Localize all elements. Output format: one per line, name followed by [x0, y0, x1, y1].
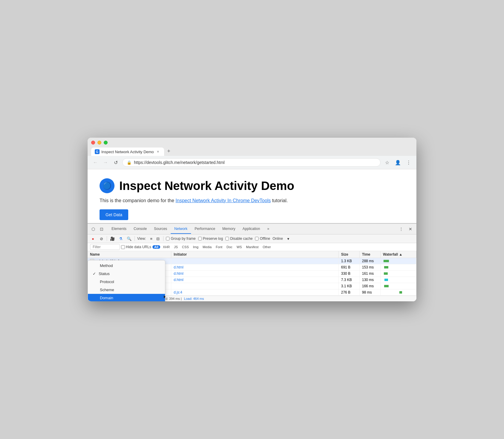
cursor-tool-icon[interactable]: ⬡	[90, 226, 97, 232]
tab-memory[interactable]: Memory	[219, 224, 239, 234]
offline-checkbox[interactable]	[255, 237, 259, 240]
waterfall-bar-container	[383, 259, 414, 263]
menu-section-columns: Method ✓ Status Protocol Scheme	[88, 260, 165, 301]
view-icons: ≡ ⊟	[148, 236, 161, 242]
filter-media[interactable]: Media	[201, 245, 213, 249]
close-button[interactable]	[91, 141, 95, 145]
waterfall-bar-container	[383, 265, 414, 269]
disable-cache-check[interactable]: Disable cache	[225, 237, 253, 241]
forward-button[interactable]: →	[102, 160, 109, 165]
devtools-tabs-right: ⋮ ✕	[397, 225, 414, 233]
filter-xhr[interactable]: XHR	[161, 245, 171, 249]
menu-item-method[interactable]: Method	[88, 262, 165, 270]
waterfall-bar-container	[383, 272, 414, 275]
star-button[interactable]: ☆	[384, 159, 391, 166]
record-icon[interactable]: ●	[90, 236, 96, 242]
devtools-more-button[interactable]: ⋮	[397, 225, 405, 233]
window-controls	[91, 141, 413, 145]
group-by-frame-check[interactable]: Group by frame	[166, 237, 196, 241]
tab-elements[interactable]: Elements	[108, 224, 130, 234]
devtools-tabs: ⬡ ⊡ Elements Console Sources Network Per…	[88, 224, 416, 234]
hide-data-urls-checkbox[interactable]	[121, 245, 125, 249]
row-size: 330 B	[339, 271, 360, 277]
list-view-icon[interactable]: ≡	[148, 236, 154, 242]
row-initiator: d.html	[171, 271, 339, 277]
title-bar: G Inspect Network Activity Demo × +	[88, 138, 416, 156]
menu-item-label: Protocol	[100, 280, 114, 284]
profile-button[interactable]: 👤	[394, 159, 401, 166]
devtools-close-button[interactable]: ✕	[407, 225, 414, 233]
filter-manifest[interactable]: Manifest	[245, 245, 260, 249]
minimize-button[interactable]	[97, 141, 101, 145]
row-waterfall	[381, 289, 416, 295]
search-icon[interactable]: 🔍	[126, 236, 132, 242]
back-button[interactable]: ←	[92, 160, 99, 165]
subtitle-link[interactable]: Inspect Network Activity In Chrome DevTo…	[175, 198, 271, 203]
address-bar: ← → ↺ 🔒 https://devtools.glitch.me/netwo…	[88, 156, 416, 169]
group-by-frame-checkbox[interactable]	[166, 237, 169, 240]
tall-view-icon[interactable]: ⊟	[155, 236, 161, 242]
page-subtitle: This is the companion demo for the Inspe…	[100, 198, 404, 203]
video-icon[interactable]: 🎥	[109, 236, 115, 242]
all-filter-badge[interactable]: All	[152, 245, 160, 249]
get-data-button[interactable]: Get Data	[100, 209, 128, 220]
subtitle-post: tutorial.	[272, 198, 288, 203]
menu-item-status[interactable]: ✓ Status	[88, 270, 165, 278]
device-tool-icon[interactable]: ⊡	[98, 226, 105, 232]
menu-item-protocol[interactable]: Protocol	[88, 278, 165, 286]
filter-img[interactable]: Img	[191, 245, 200, 249]
tab-sources[interactable]: Sources	[150, 224, 171, 234]
waterfall-bar	[384, 266, 388, 268]
waterfall-bar	[384, 279, 388, 281]
tab-more[interactable]: »	[264, 224, 273, 234]
page-content: 🔵 Inspect Network Activity Demo This is …	[88, 169, 416, 223]
menu-item-domain[interactable]: Domain	[88, 294, 165, 301]
filter-js[interactable]: JS	[172, 245, 179, 249]
reload-button[interactable]: ↺	[112, 160, 119, 165]
tab-network[interactable]: Network	[171, 224, 191, 234]
page-title-row: 🔵 Inspect Network Activity Demo	[100, 178, 404, 193]
preserve-log-checkbox[interactable]	[198, 237, 202, 240]
clear-icon[interactable]: ⊘	[98, 236, 104, 242]
more-button[interactable]: ⋮	[405, 159, 412, 166]
filter-doc[interactable]: Doc	[225, 245, 234, 249]
filter-css[interactable]: CSS	[181, 245, 190, 249]
tab-performance[interactable]: Performance	[191, 224, 219, 234]
menu-item-scheme[interactable]: Scheme	[88, 286, 165, 294]
filter-input[interactable]	[90, 244, 120, 250]
row-waterfall	[381, 264, 416, 270]
row-waterfall	[381, 283, 416, 289]
hide-data-urls-check[interactable]: Hide data URLs	[121, 245, 151, 249]
row-initiator	[171, 258, 339, 264]
filter-ws[interactable]: WS	[235, 245, 243, 249]
offline-check[interactable]: Offline	[255, 237, 270, 241]
page-title: Inspect Network Activity Demo	[119, 179, 294, 193]
preserve-log-check[interactable]: Preserve log	[198, 237, 223, 241]
filter-icon[interactable]: ⚗	[118, 236, 124, 242]
row-waterfall	[381, 277, 416, 283]
tab-console[interactable]: Console	[130, 224, 150, 234]
load-time: Load: 464 ms	[184, 297, 204, 300]
context-menu: Method ✓ Status Protocol Scheme	[88, 260, 165, 301]
maximize-button[interactable]	[104, 141, 108, 145]
active-tab[interactable]: G Inspect Network Activity Demo ×	[91, 148, 164, 156]
network-toolbar: ● ⊘ 🎥 ⚗ 🔍 View: ≡ ⊟ Group by frame Prese…	[88, 234, 416, 243]
tab-application[interactable]: Application	[239, 224, 264, 234]
row-size: 691 B	[339, 264, 360, 270]
row-size: 276 B	[339, 289, 360, 295]
menu-item-label: Method	[100, 263, 113, 268]
filter-font[interactable]: Font	[214, 245, 224, 249]
header-waterfall: Waterfall ▲	[381, 251, 416, 258]
new-tab-button[interactable]: +	[165, 147, 173, 155]
dropdown-icon[interactable]: ▾	[285, 236, 291, 242]
menu-item-label: Domain	[100, 296, 113, 300]
header-name: Name	[88, 251, 171, 258]
header-time: Time	[360, 251, 381, 258]
devtools-panel: ⬡ ⊡ Elements Console Sources Network Per…	[88, 223, 416, 301]
tab-close-button[interactable]: ×	[156, 149, 161, 154]
disable-cache-checkbox[interactable]	[225, 237, 229, 240]
subtitle-pre: This is the companion demo for the	[100, 198, 175, 203]
row-initiator: d.html	[171, 277, 339, 283]
url-bar[interactable]: 🔒 https://devtools.glitch.me/network/get…	[122, 158, 381, 167]
filter-other[interactable]: Other	[261, 245, 273, 249]
